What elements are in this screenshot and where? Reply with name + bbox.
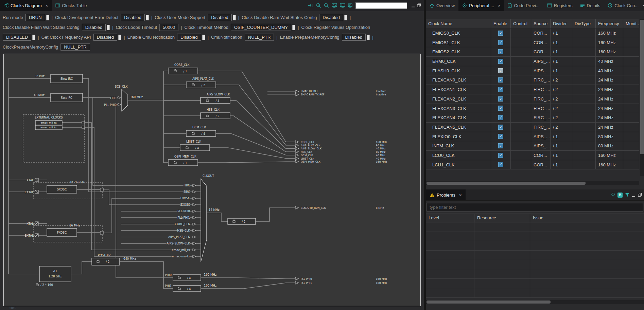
tab-clock-config[interactable]: Clock Con... [604, 0, 642, 11]
column-header-clock-name[interactable]: Clock Name [426, 19, 491, 28]
xtal-checkbox-icons[interactable] [35, 178, 38, 237]
minimize-view-icon[interactable] [632, 193, 636, 197]
setting-expand-chip[interactable] [32, 35, 35, 40]
scrollbar-thumb[interactable] [427, 182, 586, 185]
table-row[interactable]: FLEXCAN0_CLKFIRC_.../ 224 MHz [426, 75, 639, 85]
table-row[interactable]: FLEXCAN3_CLKFIRC_.../ 224 MHz [426, 104, 639, 113]
zoom-out-button[interactable] [324, 3, 329, 8]
enable-checkbox[interactable] [498, 31, 503, 36]
table-row[interactable]: LCU1_CLKCOR.../ 1160 MHz [426, 160, 639, 170]
divider-core-clk[interactable]: / 1 [168, 68, 198, 74]
enable-checkbox[interactable] [498, 77, 503, 83]
setting-expand-chip[interactable] [118, 35, 121, 40]
setting-value-dropdown[interactable]: Disabled [177, 34, 201, 41]
divider-hse-clk[interactable]: / 2 [201, 113, 230, 119]
setting-value-field[interactable]: 50000 [159, 24, 178, 31]
restore-view-icon[interactable] [638, 193, 642, 197]
tab-registers[interactable]: Registers [543, 0, 576, 11]
enable-checkbox[interactable] [498, 40, 503, 45]
enable-checkbox[interactable] [498, 68, 503, 73]
table-row[interactable]: FLEXCAN4_CLKFIRC_.../ 224 MHz [426, 113, 639, 123]
setting-value-dropdown[interactable]: Disabled [319, 14, 343, 21]
divider-postdiv[interactable]: / 2 [92, 258, 120, 265]
divider-lbist-clk[interactable]: / 4 [180, 145, 210, 151]
setting-expand-chip[interactable] [146, 15, 149, 20]
divider-dcm-clk[interactable]: / 4 [186, 130, 216, 136]
problems-horizontal-scrollbar[interactable] [426, 300, 644, 304]
tab-peripheral-clocks[interactable]: Peripheral ... × [458, 0, 504, 11]
column-header-frequency[interactable]: Frequency [596, 19, 623, 28]
setting-expand-chip[interactable] [367, 35, 370, 40]
close-icon[interactable]: × [46, 3, 48, 8]
clkout-mux[interactable] [201, 179, 207, 262]
tab-clocks-diagram[interactable]: Clocks Diagram × [0, 0, 52, 11]
scrollbar-thumb[interactable] [640, 20, 644, 154]
enable-checkbox[interactable] [498, 115, 503, 120]
enable-checkbox[interactable] [498, 125, 503, 130]
table-row[interactable]: EMIOS1_CLKCOR.../ 1160 MHz [426, 38, 639, 48]
enable-checkbox[interactable] [498, 49, 503, 54]
setting-expand-chip[interactable] [233, 15, 236, 20]
enable-checkbox[interactable] [498, 162, 503, 167]
export-diagram-button[interactable] [348, 3, 353, 8]
zoom-in-button[interactable] [316, 3, 321, 8]
scrollbar-thumb[interactable] [427, 300, 551, 304]
divider-aips-slow-clk[interactable]: / 4 [201, 97, 230, 104]
divider-phi0[interactable]: / 4 [173, 275, 201, 281]
enable-checkbox[interactable] [498, 96, 503, 102]
setting-value-dropdown[interactable]: DRUN [25, 14, 45, 21]
column-header-control[interactable]: Control [511, 19, 531, 28]
tab-clocks-table[interactable]: Clocks Table [52, 0, 90, 11]
column-header-divtype[interactable]: DivType [572, 19, 596, 28]
column-header-monitor[interactable]: Monit... [623, 19, 639, 28]
enable-checkbox[interactable] [498, 59, 503, 64]
enable-checkbox[interactable] [498, 106, 503, 111]
table-row[interactable]: INTM_CLKAIPS_.../ 180 MHz [426, 141, 639, 151]
node-emac-mii-tx[interactable]: emac_mii_tx [35, 125, 62, 130]
table-row[interactable]: FLASH0_CLKAIPS_.../ 140 MHz [426, 66, 639, 76]
divider-phi1[interactable]: / 4 [173, 286, 201, 292]
table-row[interactable]: FLEXCAN2_CLKFIRC_.../ 224 MHz [426, 94, 639, 104]
fit-to-screen-button[interactable] [332, 3, 337, 8]
setting-value-field[interactable]: NULL_PTR [60, 43, 90, 51]
close-icon[interactable]: × [459, 193, 462, 197]
setting-value-dropdown[interactable]: Disabled [208, 14, 232, 21]
close-icon[interactable]: × [498, 3, 501, 8]
problems-filter-input[interactable] [427, 203, 643, 212]
column-header-issue[interactable]: Issue [530, 214, 644, 222]
setting-value-dropdown[interactable]: Disabled [342, 34, 366, 41]
column-header-level[interactable]: Level [426, 214, 474, 222]
restore-view-icon[interactable] [417, 3, 421, 7]
chevron-down-icon[interactable] [642, 4, 644, 6]
setting-value-field[interactable]: NULL_PTR [245, 34, 274, 41]
table-row[interactable]: ERM0_CLKAIPS_.../ 140 MHz [426, 57, 639, 66]
column-header-enable[interactable]: Enable [491, 19, 511, 28]
badge-b-icon[interactable]: B [617, 193, 623, 198]
node-slow-irc[interactable]: Slow IRC [51, 74, 83, 83]
node-fxosc[interactable]: FXOSC [47, 229, 77, 236]
go-to-element-button[interactable] [308, 3, 313, 8]
table-row[interactable]: FLEXCAN5_CLKFIRC_.../ 224 MHz [426, 123, 639, 132]
minimize-view-icon[interactable] [411, 4, 415, 7]
divider-aips-plat-clk[interactable]: / 2 [186, 82, 216, 88]
tab-code-preview[interactable]: Code Previ... [504, 0, 543, 11]
setting-value-dropdown[interactable]: Disabled [121, 14, 145, 21]
enable-checkbox[interactable] [498, 134, 503, 139]
diagram-search-input[interactable] [355, 2, 407, 9]
table-row[interactable]: EMIOS0_CLKCOR.../ 1160 MHz [426, 29, 639, 38]
setting-value-dropdown[interactable]: DISABLED [3, 34, 31, 41]
setting-value-dropdown[interactable]: Disabled [93, 34, 118, 41]
column-header-source[interactable]: Source [531, 19, 551, 28]
setting-expand-chip[interactable] [292, 25, 295, 30]
table-row[interactable]: FLEXCAN1_CLKFIRC_.../ 224 MHz [426, 85, 639, 94]
setting-expand-chip[interactable] [344, 15, 347, 20]
column-header-resource[interactable]: Resource [474, 214, 530, 222]
enable-checkbox[interactable] [498, 87, 503, 92]
lightbulb-icon[interactable] [611, 193, 615, 197]
node-fast-irc[interactable]: Fast IRC [51, 93, 83, 102]
tab-problems[interactable]: Problems × [426, 189, 466, 200]
column-header-divider[interactable]: Divider [551, 19, 572, 28]
node-pll[interactable]: PLL 1.28 GHz [39, 266, 71, 282]
divider-clkout[interactable]: / 2 [228, 218, 256, 224]
vertical-scrollbar[interactable] [640, 19, 644, 176]
